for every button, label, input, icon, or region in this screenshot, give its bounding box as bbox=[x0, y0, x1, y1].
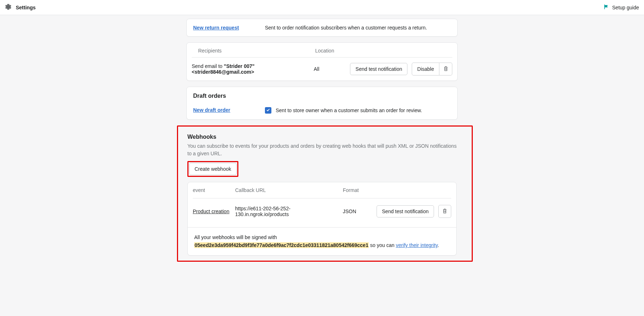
trash-icon bbox=[443, 66, 449, 73]
new-return-request-link[interactable]: New return request bbox=[193, 25, 239, 31]
location-cell: All bbox=[314, 66, 335, 72]
webhooks-title: Webhooks bbox=[187, 134, 457, 140]
webhook-signing-info: All your webhooks will be signed with 05… bbox=[188, 227, 456, 255]
setup-guide-link[interactable]: Setup guide bbox=[603, 4, 639, 11]
verify-integrity-link[interactable]: verify their integrity bbox=[396, 242, 438, 248]
topbar-left: Settings bbox=[5, 4, 36, 11]
create-webhook-highlight: Create webhook bbox=[187, 161, 238, 177]
signing-middle: so you can bbox=[369, 242, 396, 248]
webhook-url-header: Callback URL bbox=[235, 187, 343, 193]
recipient-prefix: Send email to bbox=[192, 63, 224, 69]
disable-button[interactable]: Disable bbox=[412, 63, 439, 75]
trash-icon bbox=[442, 208, 448, 215]
return-request-card: New return request Sent to order notific… bbox=[186, 19, 458, 37]
webhooks-card: event Callback URL Format Product creati… bbox=[187, 182, 457, 256]
signing-secret: 05eed2e3da959f42bd9f3fe77a0de6f9ac7f2cdc… bbox=[194, 242, 369, 248]
topbar: Settings Setup guide bbox=[0, 0, 644, 15]
draft-order-description: Sent to store owner when a customer subm… bbox=[276, 107, 422, 113]
draft-orders-card: Draft orders New draft order Sent to sto… bbox=[186, 87, 458, 120]
page-title: Settings bbox=[16, 5, 36, 10]
draft-order-checkbox[interactable] bbox=[265, 107, 271, 114]
webhook-format-cell: JSON bbox=[343, 209, 368, 214]
signing-prefix: All your webhooks will be signed with bbox=[194, 234, 277, 240]
delete-recipient-button[interactable] bbox=[439, 63, 452, 75]
send-test-notification-button[interactable]: Send test notification bbox=[350, 63, 407, 75]
draft-orders-title: Draft orders bbox=[187, 87, 457, 101]
webhook-row: Product creation https://e611-202-56-252… bbox=[193, 198, 451, 227]
recipients-card: Recipients Location Send email to "Strid… bbox=[186, 42, 458, 81]
webhook-url-cell: https://e611-202-56-252-130.in.ngrok.io/… bbox=[235, 206, 343, 217]
webhook-event-header: event bbox=[193, 187, 235, 193]
create-webhook-button[interactable]: Create webhook bbox=[189, 163, 237, 175]
recipients-header: Recipients bbox=[193, 48, 315, 54]
webhook-event-link[interactable]: Product creation bbox=[193, 209, 229, 214]
check-icon bbox=[266, 107, 270, 113]
webhooks-highlight: Webhooks You can subscribe to events for… bbox=[177, 125, 473, 262]
location-header: Location bbox=[315, 48, 451, 54]
webhook-format-header: Format bbox=[343, 187, 368, 193]
setup-guide-label: Setup guide bbox=[612, 5, 639, 10]
delete-webhook-button[interactable] bbox=[438, 205, 451, 218]
recipient-cell: Send email to "Strider 007" <strider8846… bbox=[192, 63, 314, 75]
return-request-description: Sent to order notification subscribers w… bbox=[265, 25, 451, 31]
gear-icon bbox=[5, 4, 11, 11]
flag-icon bbox=[603, 4, 609, 11]
disable-button-group: Disable bbox=[412, 63, 452, 75]
webhook-send-test-button[interactable]: Send test notification bbox=[377, 205, 434, 217]
signing-suffix: . bbox=[438, 242, 439, 248]
new-draft-order-link[interactable]: New draft order bbox=[193, 107, 230, 113]
content-area: New return request Sent to order notific… bbox=[0, 15, 644, 276]
webhooks-description: You can subscribe to events for your pro… bbox=[187, 142, 457, 157]
